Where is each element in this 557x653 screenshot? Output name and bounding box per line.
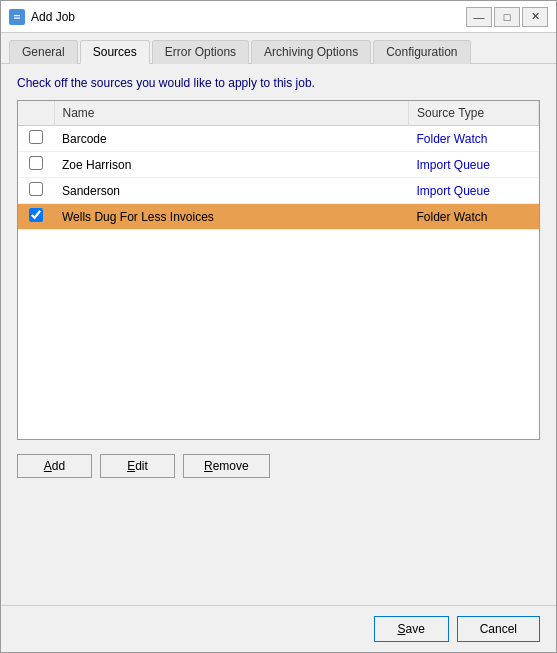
svg-rect-1 [14, 15, 20, 16]
cancel-button[interactable]: Cancel [457, 616, 540, 642]
row-checkbox[interactable] [29, 130, 43, 144]
sources-table-container: Name Source Type BarcodeFolder WatchZoe … [17, 100, 540, 440]
svg-rect-2 [14, 17, 20, 18]
title-bar: Add Job — □ ✕ [1, 1, 556, 33]
row-name: Sanderson [54, 178, 409, 204]
window-title: Add Job [31, 10, 466, 24]
row-checkbox-cell [18, 152, 54, 178]
row-checkbox[interactable] [29, 156, 43, 170]
table-row[interactable]: Zoe HarrisonImport Queue [18, 152, 539, 178]
col-source-type: Source Type [409, 101, 539, 126]
tab-configuration[interactable]: Configuration [373, 40, 470, 64]
row-source-type: Folder Watch [409, 204, 539, 230]
main-window: Add Job — □ ✕ General Sources Error Opti… [0, 0, 557, 653]
window-controls: — □ ✕ [466, 7, 548, 27]
row-checkbox[interactable] [29, 182, 43, 196]
row-source-type: Import Queue [409, 178, 539, 204]
row-name: Barcode [54, 126, 409, 152]
maximize-button[interactable]: □ [494, 7, 520, 27]
table-row[interactable]: Wells Dug For Less InvoicesFolder Watch [18, 204, 539, 230]
row-source-type: Folder Watch [409, 126, 539, 152]
remove-button[interactable]: Remove [183, 454, 270, 478]
row-name: Wells Dug For Less Invoices [54, 204, 409, 230]
save-button-label: Save [397, 622, 424, 636]
edit-button[interactable]: Edit [100, 454, 175, 478]
tab-general[interactable]: General [9, 40, 78, 64]
col-checkbox [18, 101, 54, 126]
add-button[interactable]: Add [17, 454, 92, 478]
tabs-bar: General Sources Error Options Archiving … [1, 33, 556, 64]
row-checkbox-cell [18, 204, 54, 230]
cancel-button-label: Cancel [480, 622, 517, 636]
window-icon [9, 9, 25, 25]
table-header-row: Name Source Type [18, 101, 539, 126]
sources-table: Name Source Type BarcodeFolder WatchZoe … [18, 101, 539, 230]
edit-button-label: Edit [127, 459, 148, 473]
main-content: Check off the sources you would like to … [1, 64, 556, 605]
tab-error-options[interactable]: Error Options [152, 40, 249, 64]
table-row[interactable]: BarcodeFolder Watch [18, 126, 539, 152]
table-row[interactable]: SandersonImport Queue [18, 178, 539, 204]
col-name: Name [54, 101, 409, 126]
row-checkbox-cell [18, 178, 54, 204]
row-source-type: Import Queue [409, 152, 539, 178]
tab-sources[interactable]: Sources [80, 40, 150, 64]
row-checkbox-cell [18, 126, 54, 152]
row-name: Zoe Harrison [54, 152, 409, 178]
svg-rect-0 [12, 12, 22, 22]
minimize-button[interactable]: — [466, 7, 492, 27]
bottom-bar: Save Cancel [1, 605, 556, 652]
instruction-text: Check off the sources you would like to … [17, 76, 540, 90]
remove-button-label: Remove [204, 459, 249, 473]
row-checkbox[interactable] [29, 208, 43, 222]
action-buttons: Add Edit Remove [17, 454, 540, 478]
tab-archiving-options[interactable]: Archiving Options [251, 40, 371, 64]
close-button[interactable]: ✕ [522, 7, 548, 27]
save-button[interactable]: Save [374, 616, 449, 642]
add-button-label: Add [44, 459, 65, 473]
